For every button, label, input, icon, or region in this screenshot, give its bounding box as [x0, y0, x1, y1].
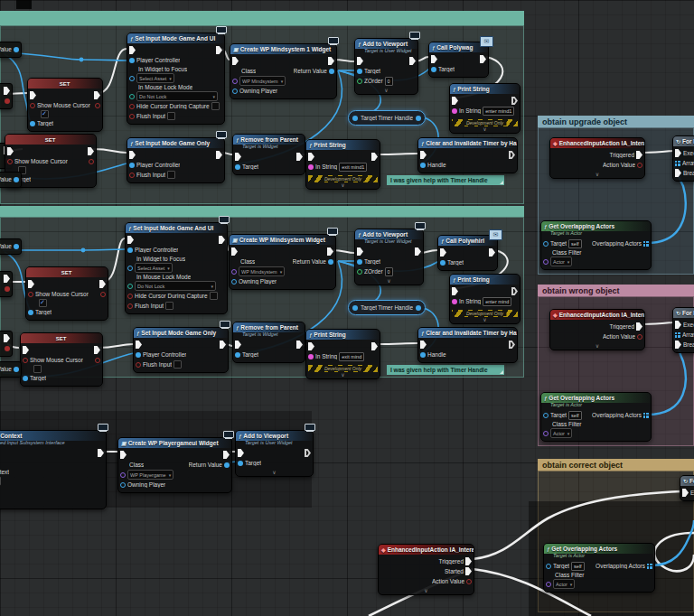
set-input-mode-game-only-2[interactable]: ƒSet Input Mode Game OnlyPlayer Controll… — [133, 327, 229, 373]
array-pin[interactable] — [647, 564, 652, 569]
obj-pin[interactable] — [543, 413, 549, 418]
for-each-loop-3-fragment[interactable]: ↻For Each LoopExec — [680, 475, 694, 501]
collapse-chevron-icon[interactable]: ∨ — [355, 89, 417, 94]
exec-pin[interactable] — [94, 346, 100, 354]
obj-pin[interactable] — [329, 69, 334, 74]
obj-pin[interactable] — [136, 352, 141, 358]
get-overlapping-actors-2[interactable]: ƒGet Overlapping ActorsTarget is ActorTa… — [540, 392, 652, 442]
class-pin[interactable] — [231, 269, 237, 275]
enum-pin[interactable] — [129, 94, 135, 99]
exec-pin[interactable] — [305, 449, 311, 457]
resize-handle-icon[interactable] — [500, 181, 503, 184]
call-polywhirl[interactable]: ƒCall PolywhirlTarget — [437, 235, 498, 271]
exec-pin[interactable] — [30, 91, 36, 99]
exec-pin[interactable] — [223, 451, 230, 459]
exec-pin[interactable] — [636, 322, 642, 331]
set-show-mouse-cursor-1[interactable]: SETShow Mouse CursorTarget — [27, 78, 103, 132]
timer-handle-pill-1[interactable]: TargetTimer Handle — [348, 110, 426, 126]
exec-pin[interactable] — [127, 236, 134, 244]
array-pin[interactable] — [643, 241, 649, 247]
exec-pin[interactable] — [120, 451, 127, 459]
str-pin[interactable] — [308, 354, 314, 359]
int-pin[interactable] — [357, 79, 362, 84]
bool-pin[interactable] — [30, 103, 35, 108]
comment-header[interactable]: obtain upgrade object — [538, 116, 694, 127]
exec-pin[interactable] — [511, 97, 518, 105]
for-each-loop-2[interactable]: ↻For Each LoopExecArrayBreak — [672, 307, 694, 353]
bool-pin[interactable] — [5, 98, 10, 104]
exec-pin[interactable] — [465, 567, 472, 575]
clear-invalidate-timer-2[interactable]: ƒClear and Invalidate Timer by HandleHan… — [417, 327, 518, 363]
collapse-chevron-icon[interactable]: ∨ — [306, 183, 380, 189]
obj-pin[interactable] — [30, 121, 35, 126]
print-string-enter-1[interactable]: ƒPrint StringIn Stringenter mind1Develop… — [449, 83, 520, 134]
add-to-viewport-1[interactable]: ƒAdd to ViewportTarget is User WidgetTar… — [354, 38, 418, 95]
frag-exec-4[interactable] — [0, 331, 13, 357]
exec-pin[interactable] — [327, 247, 333, 256]
exec-pin[interactable] — [231, 247, 238, 256]
exec-pin[interactable] — [480, 55, 486, 63]
exec-pin[interactable] — [675, 169, 681, 177]
collapse-chevron-icon[interactable]: ∨ — [379, 589, 474, 594]
call-polywag[interactable]: ƒCall PolywagTarget — [428, 42, 489, 78]
bool-pin[interactable] — [95, 103, 100, 108]
text-field[interactable]: exit mind1 — [339, 163, 367, 172]
exec-pin[interactable] — [357, 57, 363, 65]
enum-pin[interactable] — [127, 284, 133, 289]
checkbox[interactable] — [211, 102, 220, 110]
obj-pin[interactable] — [352, 305, 358, 311]
dropdown[interactable]: Do Not Lock — [135, 281, 216, 291]
obj-pin[interactable] — [127, 247, 133, 253]
exec-pin[interactable] — [509, 341, 515, 349]
obj-pin[interactable] — [231, 279, 237, 285]
obj-pin[interactable] — [127, 266, 133, 271]
set-show-mouse-cursor-3[interactable]: SETShow Mouse CursorTarget — [25, 266, 108, 321]
exec-pin[interactable] — [409, 57, 416, 65]
blueprint-graph-canvas[interactable]: obtain upgrade object obtain wrong objec… — [0, 0, 694, 616]
create-wp-playergameui-widget[interactable]: ▣Create WP Playergameui WidgetClassRetur… — [117, 437, 232, 493]
exec-pin[interactable] — [371, 342, 378, 350]
obj-pin[interactable] — [14, 177, 19, 182]
frag-return-value-1[interactable]: Return Value — [0, 42, 22, 58]
add-to-viewport-3[interactable]: ƒAdd to ViewportTarget is User WidgetTar… — [235, 430, 314, 477]
print-string-enter-2[interactable]: ƒPrint StringIn Stringenter mindDevelopm… — [449, 274, 520, 324]
obj-pin[interactable] — [440, 260, 445, 266]
frag-return-value-3[interactable]: Return Value — [0, 238, 22, 255]
text-field[interactable]: exit mind — [339, 352, 364, 361]
comment-bubble-timer-help-2[interactable]: I was given help with Timer Handle — [387, 365, 504, 375]
checkbox[interactable] — [39, 299, 47, 307]
obj-pin[interactable] — [224, 462, 230, 468]
exec-pin[interactable] — [415, 247, 421, 256]
exec-pin[interactable] — [682, 489, 689, 497]
exec-pin[interactable] — [4, 334, 10, 342]
bool-pin[interactable] — [7, 159, 13, 164]
bool-pin[interactable] — [5, 286, 10, 292]
bool-pin[interactable] — [129, 104, 135, 109]
exec-pin[interactable] — [23, 346, 29, 354]
str-pin[interactable] — [452, 299, 457, 304]
class-pin[interactable] — [120, 472, 126, 478]
obj-pin[interactable] — [23, 376, 28, 381]
exec-pin[interactable] — [675, 341, 681, 349]
obj-pin[interactable] — [416, 305, 421, 311]
exec-pin[interactable] — [452, 97, 458, 105]
print-string-exit-1[interactable]: ƒPrint StringIn Stringexit mind1Developm… — [305, 139, 380, 190]
obj-pin[interactable] — [235, 352, 240, 358]
obj-pin[interactable] — [352, 116, 358, 121]
frag-return-value-4[interactable]: Return Value — [0, 361, 22, 378]
bool-pin[interactable] — [23, 358, 28, 363]
remove-from-parent-1[interactable]: ƒRemove from ParentTarget is WidgetTarge… — [232, 134, 305, 175]
exec-pin[interactable] — [465, 557, 472, 565]
set-input-mode-game-only-1[interactable]: ƒSet Input Mode Game OnlyPlayer Controll… — [127, 137, 225, 183]
obj-pin[interactable] — [28, 310, 33, 315]
bool-pin[interactable] — [127, 294, 133, 299]
obj-pin[interactable] — [420, 352, 426, 358]
bool-pin[interactable] — [127, 303, 133, 309]
obj-pin[interactable] — [14, 367, 19, 372]
bool-pin[interactable] — [637, 163, 642, 168]
dropdown[interactable]: Actor — [550, 428, 572, 438]
checkbox[interactable] — [165, 302, 174, 310]
text-field[interactable]: enter mind — [483, 297, 511, 306]
exec-pin[interactable] — [129, 46, 136, 54]
bool-pin[interactable] — [129, 173, 135, 178]
